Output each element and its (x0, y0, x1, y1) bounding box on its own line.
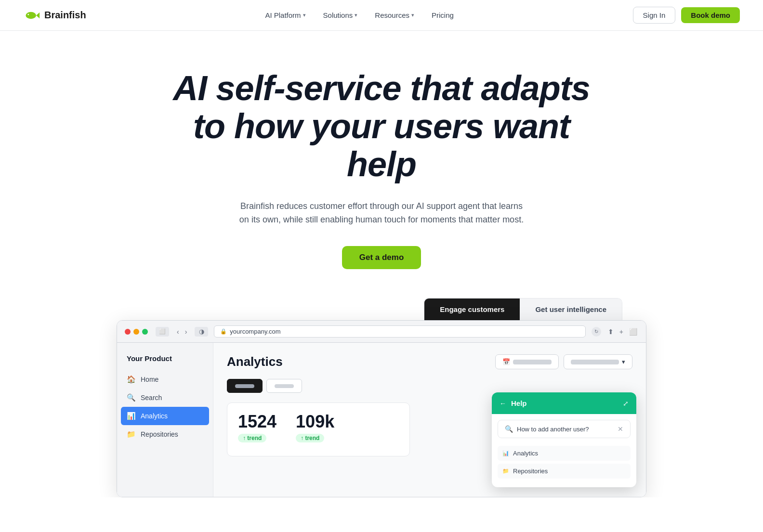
chevron-down-icon: ▾ (355, 12, 357, 18)
filter-tab-1[interactable] (227, 379, 263, 393)
result-icon: 📊 (502, 450, 509, 456)
filter-tab-2[interactable] (266, 379, 302, 393)
url-text: yourcompany.com (230, 328, 280, 335)
stat-1: 1524 ↑ trend (238, 412, 276, 442)
hero-title: AI self-service that adapts to how your … (165, 69, 598, 184)
chevron-down-icon: ▾ (303, 12, 306, 18)
nav-actions: Sign In Book demo (633, 7, 740, 24)
svg-point-0 (26, 12, 36, 18)
sidebar-toggle-button[interactable]: ⬜ (156, 327, 169, 337)
sidebar-item-analytics[interactable]: 📊 Analytics (121, 407, 209, 425)
stat-badge-1: ↑ trend (238, 434, 266, 442)
sidebar-button[interactable]: ⬜ (628, 327, 638, 337)
stat-value-1: 1524 (238, 412, 276, 432)
forward-button[interactable]: › (183, 327, 189, 337)
help-results: 📊 Analytics 📁 Repositories (492, 444, 636, 487)
page-title: Analytics (227, 354, 283, 369)
feature-tabs: Engage customers Get user intelligence (424, 298, 622, 320)
filter-tabs (227, 379, 632, 393)
add-tab-button[interactable]: + (618, 327, 624, 337)
help-search-bar[interactable]: 🔍 How to add another user? ✕ (498, 420, 631, 438)
app-sidebar: Your Product 🏠 Home 🔍 Search 📊 Analytics… (117, 343, 213, 497)
filter-dropdown-button[interactable]: ▾ (564, 354, 632, 369)
result-item-repositories[interactable]: 📁 Repositories (498, 464, 631, 479)
back-button[interactable]: ‹ (175, 327, 181, 337)
browser-mockup: ⬜ ‹ › ◑ 🔒 yourcompany.com ↻ ⬆ + ⬜ (117, 320, 646, 497)
sidebar-item-search[interactable]: 🔍 Search (117, 389, 213, 407)
sign-in-button[interactable]: Sign In (633, 7, 676, 24)
share-button[interactable]: ⬆ (607, 327, 615, 337)
help-header: ← Help ⤢ (492, 392, 636, 414)
help-search-query: How to add another user? (517, 426, 614, 433)
nav-pricing[interactable]: Pricing (425, 7, 460, 23)
logo-icon (23, 7, 40, 24)
nav-buttons: ‹ › (175, 327, 189, 337)
browser-action-buttons: ⬆ + ⬜ (607, 327, 638, 337)
svg-point-2 (27, 13, 29, 15)
stat-value-2: 109k (296, 412, 334, 432)
book-demo-button[interactable]: Book demo (681, 7, 740, 23)
date-placeholder (513, 360, 552, 364)
maximize-window-button[interactable] (142, 329, 148, 335)
chevron-down-icon: ▾ (411, 12, 414, 18)
tab-engage-customers[interactable]: Engage customers (424, 298, 520, 320)
home-icon: 🏠 (127, 375, 136, 384)
nav-solutions[interactable]: Solutions ▾ (316, 7, 365, 23)
hero-section: AI self-service that adapts to how your … (0, 31, 763, 298)
svg-marker-1 (36, 12, 39, 18)
hero-subtitle: Brainfish reduces customer effort throug… (237, 199, 526, 227)
get-demo-button[interactable]: Get a demo (342, 246, 421, 269)
help-widget: ← Help ⤢ 🔍 How to add another user? ✕ 📊 (492, 392, 636, 487)
sidebar-item-repositories[interactable]: 📁 Repositories (117, 425, 213, 443)
filter-placeholder (571, 360, 619, 364)
reload-button[interactable]: ↻ (592, 327, 601, 337)
chevron-down-icon: ▾ (622, 358, 625, 365)
demo-section: Engage customers Get user intelligence ⬜… (0, 298, 763, 497)
stat-2: 109k ↑ trend (296, 412, 334, 442)
address-bar[interactable]: 🔒 yourcompany.com (214, 325, 585, 337)
sidebar-item-home[interactable]: 🏠 Home (117, 370, 213, 389)
analytics-icon: 📊 (127, 412, 136, 420)
main-panel: Analytics 📅 ▾ (213, 343, 646, 497)
calendar-icon: 📅 (502, 358, 510, 365)
result-icon: 📁 (502, 468, 509, 474)
brightness-button[interactable]: ◑ (195, 327, 208, 337)
nav-links: AI Platform ▾ Solutions ▾ Resources ▾ Pr… (258, 7, 460, 23)
tab-user-intelligence[interactable]: Get user intelligence (520, 298, 622, 320)
nav-resources[interactable]: Resources ▾ (368, 7, 421, 23)
window-controls (125, 329, 148, 335)
clear-search-button[interactable]: ✕ (618, 425, 623, 433)
search-icon: 🔍 (505, 425, 513, 433)
stats-card: 1524 ↑ trend 109k ↑ trend (227, 402, 410, 456)
logo[interactable]: Brainfish (23, 7, 86, 24)
main-header: Analytics 📅 ▾ (227, 354, 632, 369)
close-window-button[interactable] (125, 329, 131, 335)
expand-button[interactable]: ⤢ (623, 400, 629, 407)
app-content: Your Product 🏠 Home 🔍 Search 📊 Analytics… (117, 343, 646, 497)
browser-bar: ⬜ ‹ › ◑ 🔒 yourcompany.com ↻ ⬆ + ⬜ (117, 321, 646, 343)
date-picker-button[interactable]: 📅 (495, 354, 559, 369)
search-icon: 🔍 (127, 393, 136, 402)
view-controls: ⬜ (156, 327, 169, 337)
navbar: Brainfish AI Platform ▾ Solutions ▾ Reso… (0, 0, 763, 31)
back-arrow-icon[interactable]: ← (500, 400, 506, 407)
stat-badge-2: ↑ trend (296, 434, 324, 442)
lock-icon: 🔒 (220, 328, 227, 335)
folder-icon: 📁 (127, 430, 136, 439)
product-name: Your Product (117, 350, 213, 370)
nav-ai-platform[interactable]: AI Platform ▾ (258, 7, 312, 23)
result-item-analytics[interactable]: 📊 Analytics (498, 446, 631, 461)
minimize-window-button[interactable] (133, 329, 139, 335)
header-controls: 📅 ▾ (495, 354, 632, 369)
logo-text: Brainfish (44, 10, 86, 21)
help-title: Help (511, 399, 527, 407)
